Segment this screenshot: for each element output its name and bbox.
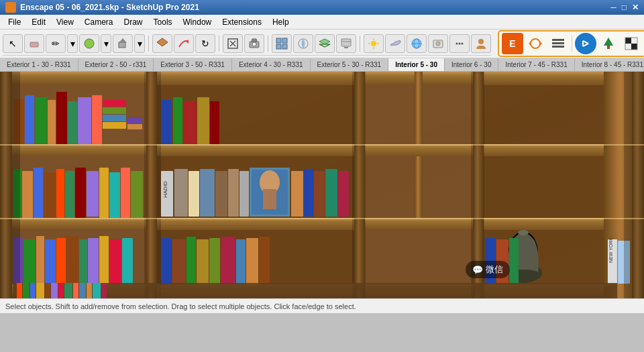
svg-rect-21: [344, 47, 348, 48]
svg-rect-139: [291, 171, 303, 217]
svg-rect-73: [365, 85, 415, 144]
menu-item-view[interactable]: View: [51, 16, 79, 28]
svg-rect-94: [103, 115, 126, 121]
watermark-icon: 💬: [472, 265, 483, 275]
svg-marker-5: [186, 40, 189, 44]
menu-item-file[interactable]: File: [3, 16, 26, 28]
enscape-list-btn[interactable]: [547, 33, 569, 54]
svg-rect-95: [103, 107, 126, 114]
shapes-tool[interactable]: [113, 34, 133, 53]
svg-rect-181: [79, 283, 86, 298]
svg-rect-13: [282, 38, 287, 43]
tab-1[interactable]: Exterior 2 - 50 - r331: [78, 58, 154, 71]
menu-bar: FileEditViewCameraDrawToolsWindowExtensi…: [0, 15, 644, 30]
enscape-tree-btn[interactable]: [598, 33, 619, 54]
profile-btn[interactable]: [471, 34, 491, 53]
scenes-btn[interactable]: [336, 34, 356, 53]
svg-rect-121: [122, 238, 133, 285]
select-tool[interactable]: ↖: [3, 34, 23, 53]
svg-rect-129: [174, 169, 188, 217]
tab-7[interactable]: Interior 7 - 45 - R331: [498, 58, 574, 71]
svg-rect-75: [484, 85, 604, 144]
tab-4[interactable]: Exterior 5 - 30 - R331: [311, 58, 389, 71]
eraser-tool[interactable]: [24, 34, 44, 53]
enscape-sync-btn[interactable]: [525, 33, 546, 54]
minimize-btn[interactable]: ─: [610, 3, 616, 12]
match-photo[interactable]: [428, 34, 448, 53]
svg-rect-12: [276, 38, 281, 43]
title-bar: Enscape 05 - 06_2021.skp - SketchUp Pro …: [0, 0, 644, 15]
app-icon: [5, 2, 16, 13]
sun-shadow[interactable]: [364, 34, 384, 53]
more-tools[interactable]: [449, 34, 470, 53]
menu-item-window[interactable]: Window: [178, 16, 217, 28]
svg-marker-3: [119, 38, 127, 43]
paint-dropdown[interactable]: ▾: [101, 34, 111, 53]
svg-rect-89: [56, 92, 67, 144]
svg-rect-145: [172, 239, 186, 285]
svg-rect-106: [87, 171, 99, 217]
svg-rect-50: [625, 44, 631, 50]
zoom-extents[interactable]: [223, 34, 243, 53]
svg-rect-174: [30, 283, 36, 298]
enscape-checkerboard-btn[interactable]: [621, 33, 642, 54]
menu-item-extensions[interactable]: Extensions: [217, 16, 267, 28]
menu-item-help[interactable]: Help: [267, 16, 294, 28]
svg-rect-124: [183, 101, 197, 144]
tab-5[interactable]: Interior 5 - 30: [388, 58, 445, 71]
tab-8[interactable]: Interior 8 - 45 - R331: [575, 58, 644, 71]
svg-rect-115: [56, 238, 66, 285]
layers-btn[interactable]: [315, 34, 335, 53]
tab-2[interactable]: Exterior 3 - 50 - R331: [154, 58, 232, 71]
pencil-tool[interactable]: ✏: [46, 34, 66, 53]
rotate-tool[interactable]: ↻: [195, 34, 215, 53]
components-btn[interactable]: [272, 34, 292, 53]
tab-0[interactable]: Exterior 1 - 30 - R331: [0, 58, 78, 71]
geo-location[interactable]: [407, 34, 427, 53]
svg-marker-38: [529, 42, 531, 46]
push-pull-tool[interactable]: [152, 34, 172, 53]
svg-marker-17: [319, 39, 330, 44]
tab-3[interactable]: Exterior 4 - 30 - R331: [232, 58, 311, 71]
materials-btn[interactable]: [293, 34, 313, 53]
svg-rect-130: [189, 171, 199, 217]
menu-item-draw[interactable]: Draw: [119, 16, 148, 28]
fog-btn[interactable]: [385, 34, 405, 53]
status-text: Select objects. Shift to add/remove from…: [5, 302, 356, 310]
tab-6[interactable]: Interior 6 - 30: [445, 58, 498, 71]
enscape-start-btn[interactable]: [575, 33, 596, 54]
position-camera[interactable]: [244, 34, 264, 53]
svg-rect-178: [58, 283, 64, 298]
svg-rect-132: [215, 171, 227, 217]
svg-rect-118: [88, 238, 99, 285]
pencil-dropdown[interactable]: ▾: [67, 34, 78, 53]
menu-item-camera[interactable]: Camera: [79, 16, 119, 28]
maximize-btn[interactable]: □: [622, 3, 627, 12]
enscape-logo-btn[interactable]: E: [502, 33, 523, 54]
svg-point-34: [459, 42, 461, 44]
menu-item-tools[interactable]: Tools: [148, 16, 178, 28]
menu-item-edit[interactable]: Edit: [26, 16, 51, 28]
bookshelf-scene: HADID NEW YOR: [0, 72, 644, 298]
svg-rect-74: [423, 85, 473, 144]
svg-rect-87: [35, 97, 47, 144]
svg-rect-104: [65, 171, 74, 218]
svg-rect-108: [109, 172, 120, 218]
follow-me-tool[interactable]: [174, 34, 194, 53]
svg-rect-2: [119, 42, 125, 48]
svg-point-155: [518, 230, 529, 235]
svg-rect-59: [0, 72, 644, 85]
svg-rect-19: [341, 39, 351, 46]
close-btn[interactable]: ✕: [632, 3, 639, 12]
svg-rect-109: [121, 168, 130, 218]
shapes-dropdown[interactable]: ▾: [134, 34, 145, 53]
title-text: Enscape 05 - 06_2021.skp - SketchUp Pro …: [20, 3, 199, 12]
svg-rect-101: [34, 168, 43, 218]
svg-rect-182: [87, 283, 92, 298]
svg-rect-166: [144, 72, 161, 298]
svg-rect-125: [197, 97, 209, 144]
svg-rect-86: [25, 95, 34, 144]
sep4: [360, 36, 360, 52]
svg-rect-177: [51, 283, 58, 298]
paint-tool[interactable]: [79, 34, 99, 53]
